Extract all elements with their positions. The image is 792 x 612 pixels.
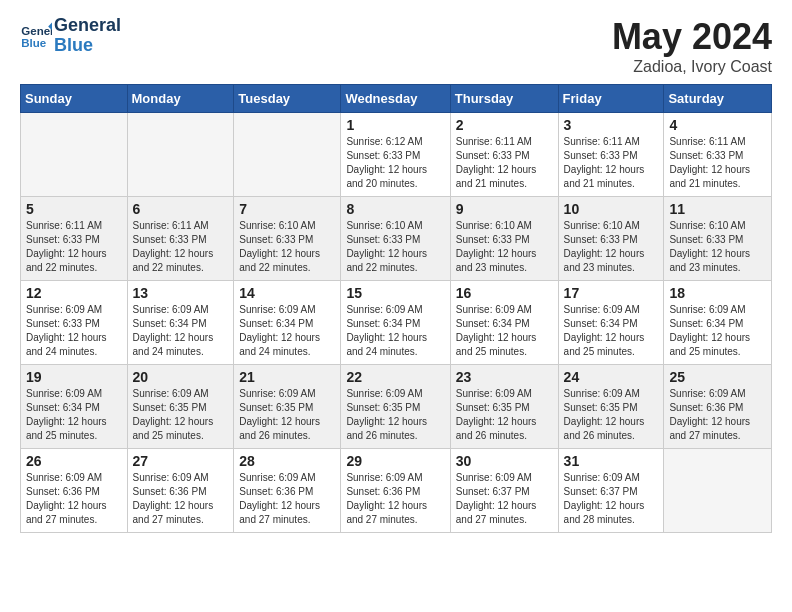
calendar-cell [664, 449, 772, 533]
svg-text:General: General [21, 25, 52, 37]
day-info: Sunrise: 6:09 AM Sunset: 6:36 PM Dayligh… [669, 387, 766, 443]
calendar-cell: 14Sunrise: 6:09 AM Sunset: 6:34 PM Dayli… [234, 281, 341, 365]
day-number: 26 [26, 453, 122, 469]
day-number: 2 [456, 117, 553, 133]
day-number: 10 [564, 201, 659, 217]
day-info: Sunrise: 6:12 AM Sunset: 6:33 PM Dayligh… [346, 135, 444, 191]
calendar-cell: 22Sunrise: 6:09 AM Sunset: 6:35 PM Dayli… [341, 365, 450, 449]
calendar-cell: 17Sunrise: 6:09 AM Sunset: 6:34 PM Dayli… [558, 281, 664, 365]
calendar-cell [127, 113, 234, 197]
calendar-cell: 2Sunrise: 6:11 AM Sunset: 6:33 PM Daylig… [450, 113, 558, 197]
day-info: Sunrise: 6:11 AM Sunset: 6:33 PM Dayligh… [564, 135, 659, 191]
day-info: Sunrise: 6:09 AM Sunset: 6:35 PM Dayligh… [564, 387, 659, 443]
day-info: Sunrise: 6:09 AM Sunset: 6:35 PM Dayligh… [346, 387, 444, 443]
day-info: Sunrise: 6:10 AM Sunset: 6:33 PM Dayligh… [239, 219, 335, 275]
day-number: 12 [26, 285, 122, 301]
calendar-cell: 18Sunrise: 6:09 AM Sunset: 6:34 PM Dayli… [664, 281, 772, 365]
day-info: Sunrise: 6:09 AM Sunset: 6:35 PM Dayligh… [239, 387, 335, 443]
day-number: 28 [239, 453, 335, 469]
logo-general: General [54, 16, 121, 36]
week-row-2: 5Sunrise: 6:11 AM Sunset: 6:33 PM Daylig… [21, 197, 772, 281]
weekday-header-row: SundayMondayTuesdayWednesdayThursdayFrid… [21, 85, 772, 113]
page: General Blue General Blue May 2024 Zadio… [0, 0, 792, 553]
day-info: Sunrise: 6:11 AM Sunset: 6:33 PM Dayligh… [456, 135, 553, 191]
calendar-cell: 28Sunrise: 6:09 AM Sunset: 6:36 PM Dayli… [234, 449, 341, 533]
calendar-cell: 3Sunrise: 6:11 AM Sunset: 6:33 PM Daylig… [558, 113, 664, 197]
weekday-header-tuesday: Tuesday [234, 85, 341, 113]
calendar-cell: 20Sunrise: 6:09 AM Sunset: 6:35 PM Dayli… [127, 365, 234, 449]
day-number: 17 [564, 285, 659, 301]
day-number: 3 [564, 117, 659, 133]
day-number: 11 [669, 201, 766, 217]
day-number: 1 [346, 117, 444, 133]
day-info: Sunrise: 6:09 AM Sunset: 6:36 PM Dayligh… [133, 471, 229, 527]
calendar-cell: 19Sunrise: 6:09 AM Sunset: 6:34 PM Dayli… [21, 365, 128, 449]
day-number: 7 [239, 201, 335, 217]
day-info: Sunrise: 6:09 AM Sunset: 6:37 PM Dayligh… [564, 471, 659, 527]
week-row-1: 1Sunrise: 6:12 AM Sunset: 6:33 PM Daylig… [21, 113, 772, 197]
day-info: Sunrise: 6:11 AM Sunset: 6:33 PM Dayligh… [133, 219, 229, 275]
calendar-cell: 8Sunrise: 6:10 AM Sunset: 6:33 PM Daylig… [341, 197, 450, 281]
day-info: Sunrise: 6:09 AM Sunset: 6:35 PM Dayligh… [456, 387, 553, 443]
calendar-cell: 25Sunrise: 6:09 AM Sunset: 6:36 PM Dayli… [664, 365, 772, 449]
header: General Blue General Blue May 2024 Zadio… [20, 16, 772, 76]
day-info: Sunrise: 6:09 AM Sunset: 6:35 PM Dayligh… [133, 387, 229, 443]
day-info: Sunrise: 6:09 AM Sunset: 6:36 PM Dayligh… [26, 471, 122, 527]
calendar-cell: 21Sunrise: 6:09 AM Sunset: 6:35 PM Dayli… [234, 365, 341, 449]
calendar-cell [234, 113, 341, 197]
day-number: 22 [346, 369, 444, 385]
weekday-header-saturday: Saturday [664, 85, 772, 113]
calendar-cell: 24Sunrise: 6:09 AM Sunset: 6:35 PM Dayli… [558, 365, 664, 449]
day-number: 30 [456, 453, 553, 469]
title-block: May 2024 Zadioa, Ivory Coast [612, 16, 772, 76]
logo-blue: Blue [54, 36, 121, 56]
day-info: Sunrise: 6:10 AM Sunset: 6:33 PM Dayligh… [564, 219, 659, 275]
day-info: Sunrise: 6:09 AM Sunset: 6:34 PM Dayligh… [133, 303, 229, 359]
day-number: 19 [26, 369, 122, 385]
calendar-cell: 23Sunrise: 6:09 AM Sunset: 6:35 PM Dayli… [450, 365, 558, 449]
day-number: 6 [133, 201, 229, 217]
week-row-5: 26Sunrise: 6:09 AM Sunset: 6:36 PM Dayli… [21, 449, 772, 533]
day-number: 13 [133, 285, 229, 301]
day-info: Sunrise: 6:10 AM Sunset: 6:33 PM Dayligh… [346, 219, 444, 275]
day-info: Sunrise: 6:11 AM Sunset: 6:33 PM Dayligh… [26, 219, 122, 275]
svg-text:Blue: Blue [21, 37, 47, 49]
calendar-title: May 2024 [612, 16, 772, 58]
day-info: Sunrise: 6:09 AM Sunset: 6:36 PM Dayligh… [346, 471, 444, 527]
day-info: Sunrise: 6:10 AM Sunset: 6:33 PM Dayligh… [669, 219, 766, 275]
day-info: Sunrise: 6:09 AM Sunset: 6:34 PM Dayligh… [456, 303, 553, 359]
day-info: Sunrise: 6:09 AM Sunset: 6:34 PM Dayligh… [669, 303, 766, 359]
calendar-cell: 29Sunrise: 6:09 AM Sunset: 6:36 PM Dayli… [341, 449, 450, 533]
day-number: 5 [26, 201, 122, 217]
day-info: Sunrise: 6:09 AM Sunset: 6:34 PM Dayligh… [26, 387, 122, 443]
day-number: 8 [346, 201, 444, 217]
calendar-table: SundayMondayTuesdayWednesdayThursdayFrid… [20, 84, 772, 533]
week-row-4: 19Sunrise: 6:09 AM Sunset: 6:34 PM Dayli… [21, 365, 772, 449]
day-info: Sunrise: 6:09 AM Sunset: 6:36 PM Dayligh… [239, 471, 335, 527]
day-number: 15 [346, 285, 444, 301]
weekday-header-wednesday: Wednesday [341, 85, 450, 113]
day-info: Sunrise: 6:09 AM Sunset: 6:34 PM Dayligh… [346, 303, 444, 359]
day-number: 9 [456, 201, 553, 217]
day-info: Sunrise: 6:09 AM Sunset: 6:34 PM Dayligh… [239, 303, 335, 359]
calendar-cell: 10Sunrise: 6:10 AM Sunset: 6:33 PM Dayli… [558, 197, 664, 281]
day-number: 14 [239, 285, 335, 301]
day-info: Sunrise: 6:10 AM Sunset: 6:33 PM Dayligh… [456, 219, 553, 275]
calendar-cell: 4Sunrise: 6:11 AM Sunset: 6:33 PM Daylig… [664, 113, 772, 197]
calendar-cell: 9Sunrise: 6:10 AM Sunset: 6:33 PM Daylig… [450, 197, 558, 281]
week-row-3: 12Sunrise: 6:09 AM Sunset: 6:33 PM Dayli… [21, 281, 772, 365]
day-number: 27 [133, 453, 229, 469]
calendar-cell: 30Sunrise: 6:09 AM Sunset: 6:37 PM Dayli… [450, 449, 558, 533]
weekday-header-monday: Monday [127, 85, 234, 113]
calendar-cell: 16Sunrise: 6:09 AM Sunset: 6:34 PM Dayli… [450, 281, 558, 365]
calendar-cell: 7Sunrise: 6:10 AM Sunset: 6:33 PM Daylig… [234, 197, 341, 281]
day-number: 31 [564, 453, 659, 469]
calendar-cell: 13Sunrise: 6:09 AM Sunset: 6:34 PM Dayli… [127, 281, 234, 365]
calendar-cell: 12Sunrise: 6:09 AM Sunset: 6:33 PM Dayli… [21, 281, 128, 365]
calendar-cell [21, 113, 128, 197]
day-number: 25 [669, 369, 766, 385]
calendar-cell: 6Sunrise: 6:11 AM Sunset: 6:33 PM Daylig… [127, 197, 234, 281]
calendar-cell: 15Sunrise: 6:09 AM Sunset: 6:34 PM Dayli… [341, 281, 450, 365]
day-number: 24 [564, 369, 659, 385]
day-number: 20 [133, 369, 229, 385]
